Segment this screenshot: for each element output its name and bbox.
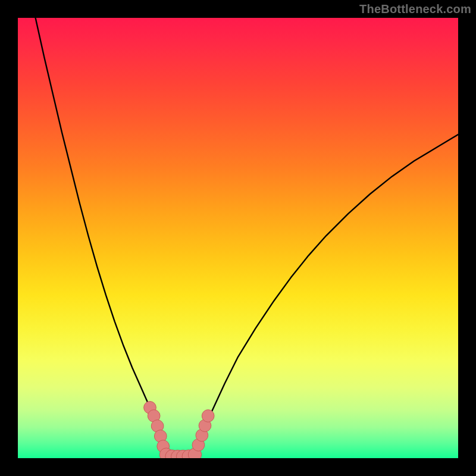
series-right-branch: [195, 134, 458, 456]
marker-dot: [202, 410, 214, 422]
series-left-branch: [36, 18, 167, 456]
chart-frame: TheBottleneck.com: [0, 0, 476, 476]
watermark-text: TheBottleneck.com: [359, 2, 471, 16]
curve-layer: [18, 18, 458, 458]
curve-markers: [144, 402, 214, 458]
plot-area: [18, 18, 458, 458]
curve-paths: [36, 18, 458, 457]
